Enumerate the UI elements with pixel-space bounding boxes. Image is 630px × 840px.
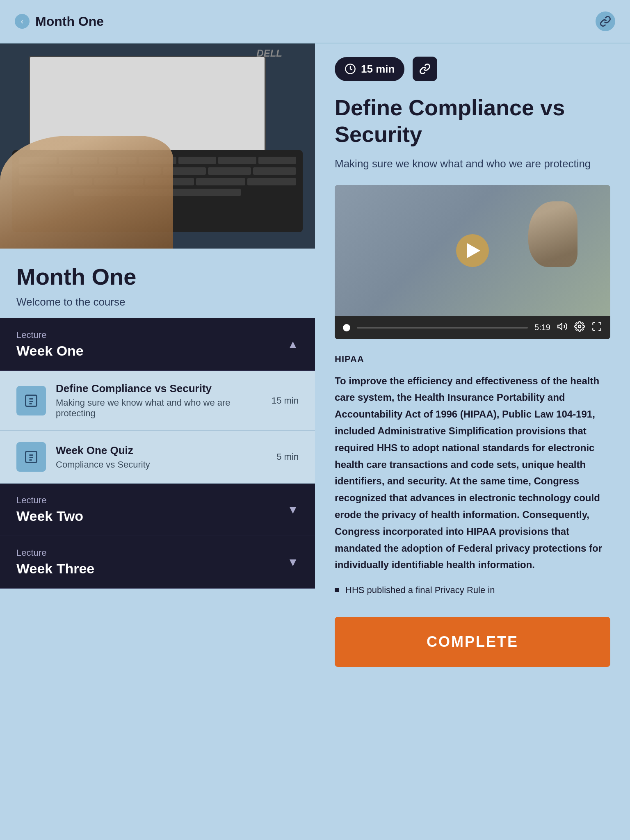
dell-logo: DELL: [256, 48, 282, 59]
item-icon-2: [16, 442, 46, 472]
back-arrow-icon: ‹: [15, 14, 30, 29]
item-desc-1: Making sure we know what and who we are …: [56, 397, 262, 419]
complete-button[interactable]: COMPLETE: [335, 617, 610, 667]
content-title: Define Compliance vs Security: [335, 94, 610, 148]
item-content-1: Define Compliance vs Security Making sur…: [56, 382, 262, 419]
lecture-title-2: Week Two: [16, 508, 83, 524]
lecture-title-3: Week Three: [16, 561, 94, 577]
volume-icon[interactable]: [557, 321, 568, 334]
course-image: DELL: [0, 43, 315, 249]
section-label: HIPAA: [335, 354, 610, 365]
item-title-1: Define Compliance vs Security: [56, 382, 262, 395]
settings-icon[interactable]: [574, 321, 585, 334]
duration-badge: 15 min: [335, 57, 404, 81]
video-player[interactable]: 5:19: [335, 185, 610, 339]
chevron-down-icon-2: ▼: [287, 503, 299, 516]
svg-marker-3: [558, 323, 562, 329]
header-title: Month One: [35, 14, 104, 29]
link-button[interactable]: [413, 57, 437, 81]
content-subtitle: Making sure we know what and who we are …: [335, 158, 610, 170]
hand-left: [0, 136, 173, 249]
progress-bar[interactable]: [357, 327, 528, 329]
item-desc-2: Compliance vs Security: [56, 459, 267, 470]
chevron-down-icon-3: ▼: [287, 556, 299, 569]
lecture-title-1: Week One: [16, 343, 84, 359]
play-icon: [467, 243, 480, 258]
back-button[interactable]: ‹ Month One: [15, 14, 104, 29]
lecture-week-three-header[interactable]: Lecture Week Three ▼: [0, 536, 315, 589]
course-title: Month One: [16, 263, 299, 290]
item-title-2: Week One Quiz: [56, 444, 267, 457]
lecture-label-2: Lecture: [16, 495, 83, 506]
video-thumbnail: [335, 185, 610, 316]
video-time: 5:19: [534, 323, 550, 332]
laptop-visual: DELL: [0, 43, 315, 249]
meta-row: 15 min: [335, 57, 610, 81]
chevron-up-icon: ▲: [287, 338, 299, 351]
bullet-icon: [335, 588, 339, 592]
video-controls: 5:19: [335, 316, 610, 339]
bullet-item-1: HHS published a final Privacy Rule in: [335, 585, 610, 596]
lecture-label-1: Lecture: [16, 330, 84, 340]
lecture-week-two-header[interactable]: Lecture Week Two ▼: [0, 484, 315, 536]
item-content-2: Week One Quiz Compliance vs Security: [56, 444, 267, 470]
header: ‹ Month One: [0, 0, 630, 43]
item-icon-1: [16, 386, 46, 415]
main-content: DELL Month One Welcome to the course Lec…: [0, 43, 630, 840]
course-subtitle: Welcome to the course: [16, 296, 299, 308]
duration-text: 15 min: [361, 63, 395, 75]
lecture-label-3: Lecture: [16, 548, 94, 558]
course-info: Month One Welcome to the course: [0, 249, 315, 318]
fullscreen-icon[interactable]: [591, 321, 602, 334]
right-panel: 15 min Define Compliance vs Security Mak…: [315, 43, 630, 840]
bullet-text-1: HHS published a final Privacy Rule in: [345, 585, 495, 596]
item-duration-1: 15 min: [272, 395, 299, 406]
hipaa-text: To improve the efficiency and effectiven…: [335, 373, 610, 574]
course-item-1[interactable]: Define Compliance vs Security Making sur…: [0, 371, 315, 431]
item-duration-2: 5 min: [276, 452, 299, 462]
play-button[interactable]: [456, 234, 489, 267]
course-item-2[interactable]: Week One Quiz Compliance vs Security 5 m…: [0, 431, 315, 484]
share-button[interactable]: [596, 11, 615, 31]
hand-writing-visual: [528, 201, 578, 267]
lecture-week-one-header[interactable]: Lecture Week One ▲: [0, 318, 315, 371]
progress-indicator: [343, 324, 350, 331]
svg-point-4: [578, 325, 581, 328]
left-panel: DELL Month One Welcome to the course Lec…: [0, 43, 315, 840]
